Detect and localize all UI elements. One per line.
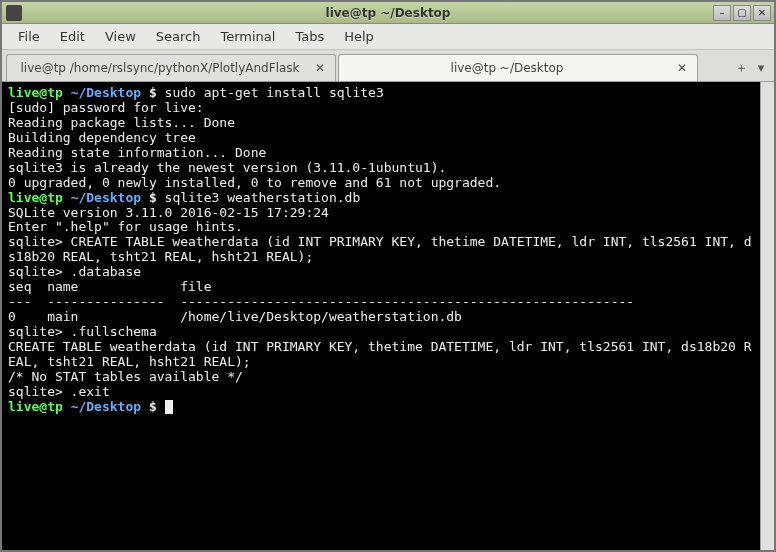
- tab-close-icon[interactable]: ✕: [313, 61, 327, 75]
- tab-label: live@tp ~/Desktop: [347, 61, 667, 75]
- menu-view[interactable]: View: [95, 25, 146, 48]
- menu-file[interactable]: File: [8, 25, 50, 48]
- titlebar[interactable]: live@tp ~/Desktop – ▢ ✕: [2, 2, 774, 24]
- prompt-path: ~/Desktop: [71, 190, 141, 205]
- tab-strip-controls: ＋ ▾: [732, 54, 774, 81]
- terminal-scrollbar[interactable]: [760, 82, 774, 550]
- window-title: live@tp ~/Desktop: [2, 6, 774, 20]
- prompt-user-host: live@tp: [8, 399, 63, 414]
- command-text: sqlite3 weatherstation.db: [165, 190, 361, 205]
- minimize-button[interactable]: –: [713, 5, 731, 21]
- tab-desktop[interactable]: live@tp ~/Desktop ✕: [338, 54, 698, 81]
- window-controls: – ▢ ✕: [713, 5, 771, 21]
- tab-menu-button[interactable]: ▾: [752, 59, 770, 77]
- menu-search[interactable]: Search: [146, 25, 211, 48]
- prompt-user-host: live@tp: [8, 190, 63, 205]
- prompt-path: ~/Desktop: [71, 85, 141, 100]
- menu-tabs[interactable]: Tabs: [285, 25, 334, 48]
- output-text: [sudo] password for live: Reading packag…: [8, 100, 501, 190]
- menu-terminal[interactable]: Terminal: [210, 25, 285, 48]
- menubar: File Edit View Search Terminal Tabs Help: [2, 24, 774, 50]
- tab-strip: live@tp /home/rslsync/pythonX/PlotlyAndF…: [2, 50, 774, 82]
- close-button[interactable]: ✕: [753, 5, 771, 21]
- menu-edit[interactable]: Edit: [50, 25, 95, 48]
- output-text: SQLite version 3.11.0 2016-02-15 17:29:2…: [8, 205, 752, 399]
- prompt-user-host: live@tp: [8, 85, 63, 100]
- terminal-wrap: live@tp ~/Desktop $ sudo apt-get install…: [2, 82, 774, 550]
- maximize-button[interactable]: ▢: [733, 5, 751, 21]
- new-tab-button[interactable]: ＋: [732, 59, 750, 77]
- prompt-path: ~/Desktop: [71, 399, 141, 414]
- tab-label: live@tp /home/rslsync/pythonX/PlotlyAndF…: [15, 61, 305, 75]
- terminal-window: live@tp ~/Desktop – ▢ ✕ File Edit View S…: [0, 0, 776, 552]
- menu-help[interactable]: Help: [334, 25, 384, 48]
- tab-plotly-flask[interactable]: live@tp /home/rslsync/pythonX/PlotlyAndF…: [6, 54, 336, 81]
- command-text: sudo apt-get install sqlite3: [165, 85, 384, 100]
- tab-close-icon[interactable]: ✕: [675, 61, 689, 75]
- cursor: [165, 400, 173, 414]
- terminal-output[interactable]: live@tp ~/Desktop $ sudo apt-get install…: [2, 82, 760, 550]
